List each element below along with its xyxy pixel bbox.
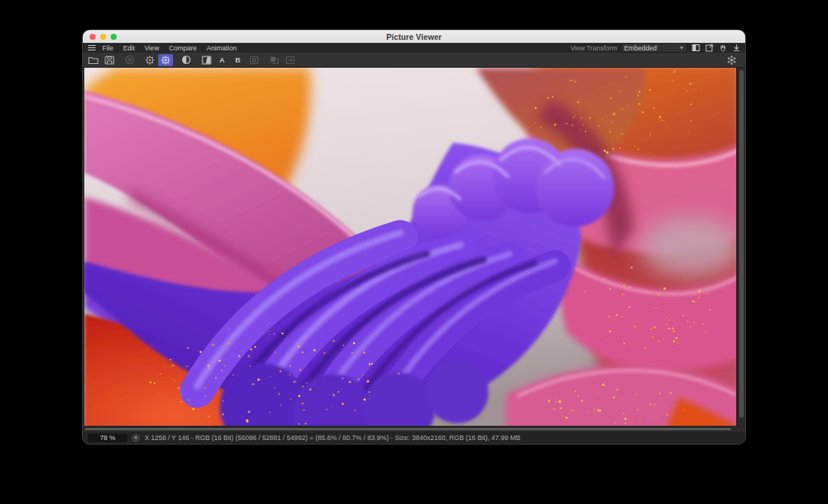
- window-title: Picture Viewer: [386, 32, 442, 41]
- picture-viewer-window: Picture Viewer File Edit View Compare An…: [83, 30, 745, 444]
- view-transform-group: View Transform Embedded ▼: [571, 43, 741, 53]
- menu-item-edit[interactable]: Edit: [123, 44, 135, 52]
- version-b-label: B: [236, 56, 241, 64]
- render-settings-lines-icon[interactable]: [158, 54, 173, 66]
- vertical-scrollbar[interactable]: [737, 68, 745, 426]
- version-a-label: A: [220, 56, 225, 64]
- vertical-scrollbar-thumb[interactable]: [739, 70, 744, 417]
- render-settings-x-icon[interactable]: [142, 54, 157, 66]
- image-viewport: [83, 68, 745, 426]
- hand-pan-icon[interactable]: [718, 44, 728, 52]
- export-frame-icon: [282, 54, 297, 66]
- horizontal-scrollbar[interactable]: [83, 426, 745, 432]
- menu-item-file[interactable]: File: [102, 44, 114, 52]
- hamburger-menu-icon[interactable]: [88, 45, 96, 50]
- menu-item-animation[interactable]: Animation: [206, 44, 236, 52]
- close-compare-icon: [122, 54, 137, 66]
- menu-bar: File Edit View Compare Animation View Tr…: [83, 43, 745, 53]
- pixel-info-text: X 1258 / Y 146 - RGB (16 Bit) (56096 / 5…: [145, 434, 520, 442]
- menu-item-view[interactable]: View: [145, 44, 159, 52]
- copy-frame-icon: [266, 54, 282, 66]
- save-image-icon[interactable]: [102, 54, 117, 66]
- open-external-icon[interactable]: [705, 44, 714, 52]
- menu-item-compare[interactable]: Compare: [169, 44, 196, 52]
- screen-background: Picture Viewer File Edit View Compare An…: [0, 0, 828, 504]
- view-transform-value: Embedded: [624, 44, 657, 52]
- node-material-icon[interactable]: [724, 54, 739, 66]
- zoom-level-field[interactable]: 78 %: [88, 434, 127, 442]
- status-bar: 78 % ▼ X 1258 / Y 146 - RGB (16 Bit) (56…: [83, 432, 745, 444]
- link-frames-icon: [246, 54, 261, 66]
- zoom-dropdown-button[interactable]: ▼: [132, 434, 140, 442]
- title-bar[interactable]: Picture Viewer: [83, 30, 745, 43]
- version-b-button[interactable]: B: [230, 54, 245, 66]
- horizontal-scrollbar-thumb[interactable]: [85, 428, 731, 430]
- view-transform-dropdown[interactable]: Embedded ▼: [621, 43, 687, 53]
- ab-split-compare-icon[interactable]: [199, 54, 214, 66]
- rendered-image[interactable]: [84, 68, 736, 426]
- traffic-lights: [90, 34, 117, 40]
- toolbar: A B: [83, 53, 745, 68]
- split-view-icon[interactable]: [691, 44, 701, 52]
- close-window-button[interactable]: [90, 34, 96, 40]
- dock-download-icon[interactable]: [732, 44, 741, 52]
- zoom-window-button[interactable]: [111, 34, 117, 40]
- minimize-window-button[interactable]: [100, 34, 106, 40]
- chevron-down-icon: ▼: [679, 45, 684, 50]
- contrast-icon[interactable]: [178, 54, 193, 66]
- version-a-button[interactable]: A: [215, 54, 230, 66]
- open-file-icon[interactable]: [86, 54, 101, 66]
- view-transform-label: View Transform: [571, 44, 617, 52]
